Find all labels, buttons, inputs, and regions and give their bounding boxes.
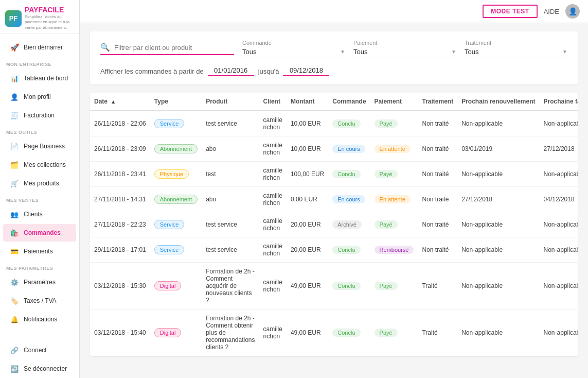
cell-date: 26/11/2018 - 22:06 <box>90 111 150 136</box>
cell-commande: Conclu <box>328 310 370 356</box>
col-montant: Montant <box>287 93 328 111</box>
commande-filter-value: Tous <box>242 48 256 56</box>
cell-commande: Conclu <box>328 162 370 187</box>
commande-filter-group: Commande Tous ▼ <box>242 40 345 58</box>
table-row[interactable]: 26/11/2018 - 23:09 Abonnement abo camill… <box>90 136 578 162</box>
cell-traitement: Non traité <box>418 187 457 212</box>
sidebar-item-notifications[interactable]: 🔔 Notifications <box>3 311 76 328</box>
params-icon: ⚙️ <box>9 277 20 287</box>
commande-status: Conclu <box>332 282 360 290</box>
type-badge: Service <box>154 220 185 229</box>
cell-type: Physique <box>150 162 202 187</box>
commande-filter-select[interactable]: Tous ▼ <box>242 47 345 58</box>
paiement-status: Payé <box>375 170 398 178</box>
date-from-input[interactable] <box>208 66 254 76</box>
cell-produit: test service <box>202 212 259 237</box>
sidebar-item-label: Paiements <box>24 248 53 255</box>
sidebar-item-se-deconnecter[interactable]: ↩️ Se déconnecter <box>3 360 76 377</box>
traitement-filter-select[interactable]: Tous ▼ <box>465 47 567 58</box>
table-row[interactable]: 26/11/2018 - 23:41 Physique test camille… <box>90 162 578 187</box>
table-row[interactable]: 03/12/2018 - 15:40 Digital Formation de … <box>90 310 578 356</box>
sidebar-item-commandes[interactable]: 🛍️ Commandes <box>3 224 76 242</box>
sidebar-item-taxes-tva[interactable]: 🏷️ Taxes / TVA <box>3 292 76 310</box>
commande-filter-label: Commande <box>242 40 345 46</box>
sidebar-item-paiements[interactable]: 💳 Paiements <box>3 243 76 260</box>
cell-date: 26/11/2018 - 23:09 <box>90 136 150 162</box>
cell-date: 03/12/2018 - 15:30 <box>90 263 150 310</box>
sidebar-item-connect[interactable]: 🔗 Connect <box>3 341 76 359</box>
commande-status: En cours <box>332 145 365 153</box>
sidebar-item-bien-demarrer[interactable]: 🚀 Bien démarrer <box>3 39 76 56</box>
table-row[interactable]: 26/11/2018 - 22:06 Service test service … <box>90 111 578 136</box>
type-badge: Digital <box>154 281 182 290</box>
table-row[interactable]: 27/11/2018 - 14:31 Abonnement abo camill… <box>90 187 578 212</box>
cell-traitement: Non traité <box>418 111 457 136</box>
cell-client: camille richon <box>259 187 287 212</box>
section-mes-outils: MES OUTILS <box>0 125 79 137</box>
cell-traitement: Non traité <box>418 212 457 237</box>
sidebar-item-mon-profil[interactable]: 👤 Mon profil <box>3 88 76 106</box>
table-row[interactable]: 27/11/2018 - 22:23 Service test service … <box>90 212 578 237</box>
cell-produit: Formation de 2h - Comment acquérir de no… <box>202 263 259 310</box>
cell-client: camille richon <box>259 310 287 356</box>
search-wrap: 🔍 <box>100 43 234 55</box>
date-to-label: jusqu'à <box>258 67 279 75</box>
search-input[interactable] <box>114 44 234 51</box>
cell-client: camille richon <box>259 162 287 187</box>
cell-montant: 49,00 EUR <box>287 310 328 356</box>
cell-paiement: Payé <box>370 310 418 356</box>
cell-produit: abo <box>202 187 259 212</box>
col-produit: Produit <box>202 93 259 111</box>
paiement-filter-value: Tous <box>353 48 367 56</box>
cell-date: 26/11/2018 - 23:41 <box>90 162 150 187</box>
orders-table: Date ▲ Type Produit Client Montant Comma… <box>90 93 578 356</box>
cell-commande: Archivé <box>328 212 370 237</box>
cell-montant: 49,00 EUR <box>287 263 328 310</box>
col-date[interactable]: Date ▲ <box>90 93 150 111</box>
section-mon-entreprise: MON ENTREPRISE <box>0 57 79 69</box>
sidebar-item-label: Mon profil <box>24 93 51 100</box>
sidebar-item-label: Facturation <box>24 112 55 119</box>
col-type: Type <box>150 93 202 111</box>
person-icon: 👤 <box>9 92 20 102</box>
collection-icon: 🗂️ <box>9 160 20 170</box>
cell-client: camille richon <box>259 111 287 136</box>
date-to-input[interactable] <box>283 66 329 76</box>
user-avatar[interactable]: 👤 <box>565 4 580 19</box>
sort-arrow-date: ▲ <box>111 99 116 105</box>
logout-icon: ↩️ <box>9 364 20 374</box>
cell-prochaine-facturation: Non-applicable <box>540 237 578 263</box>
cell-montant: 100,00 EUR <box>287 162 328 187</box>
section-mes-ventes: MES VENTES <box>0 193 79 205</box>
paiements-icon: 💳 <box>9 246 20 256</box>
cell-prochaine-facturation: Non-applicable <box>540 212 578 237</box>
table-row[interactable]: 29/11/2018 - 17:01 Service test service … <box>90 237 578 263</box>
cell-montant: 20,00 EUR <box>287 212 328 237</box>
sidebar-item-tableau-de-bord[interactable]: 📊 Tableau de bord <box>3 70 76 87</box>
cell-prochain-renouvellement: Non-applicable <box>457 263 539 310</box>
rocket-icon: 🚀 <box>9 42 20 53</box>
cell-montant: 10,00 EUR <box>287 111 328 136</box>
sidebar-item-parametres[interactable]: ⚙️ Paramètres <box>3 273 76 291</box>
commande-status: En cours <box>332 195 365 203</box>
aide-button[interactable]: AIDE <box>544 8 559 15</box>
sidebar-item-label: Paramètres <box>24 279 56 286</box>
sidebar-item-mes-collections[interactable]: 🗂️ Mes collections <box>3 156 76 174</box>
cell-date: 29/11/2018 - 17:01 <box>90 237 150 263</box>
commande-status: Archivé <box>332 220 362 229</box>
sidebar-item-label: Tableau de bord <box>24 75 68 82</box>
mode-test-button[interactable]: MODE TEST <box>483 5 538 18</box>
sidebar-item-page-business[interactable]: 📄 Page Business <box>3 138 76 155</box>
sidebar-item-facturation[interactable]: 🧾 Facturation <box>3 107 76 124</box>
product-icon: 🛒 <box>9 178 20 188</box>
table-row[interactable]: 03/12/2018 - 15:30 Digital Formation de … <box>90 263 578 310</box>
sidebar-item-clients[interactable]: 👥 Clients <box>3 205 76 223</box>
sidebar-item-label: Page Business <box>24 143 65 150</box>
cell-date: 03/12/2018 - 15:40 <box>90 310 150 356</box>
cell-paiement: Payé <box>370 162 418 187</box>
sidebar-logo: PF PAYFACILE Simplifiez l'accès au paiem… <box>0 0 79 34</box>
sidebar-item-mes-produits[interactable]: 🛒 Mes produits <box>3 175 76 192</box>
cell-prochaine-facturation: 27/12/2018 <box>540 136 578 162</box>
paiement-filter-select[interactable]: Tous ▼ <box>353 47 456 58</box>
cell-type: Service <box>150 237 202 263</box>
